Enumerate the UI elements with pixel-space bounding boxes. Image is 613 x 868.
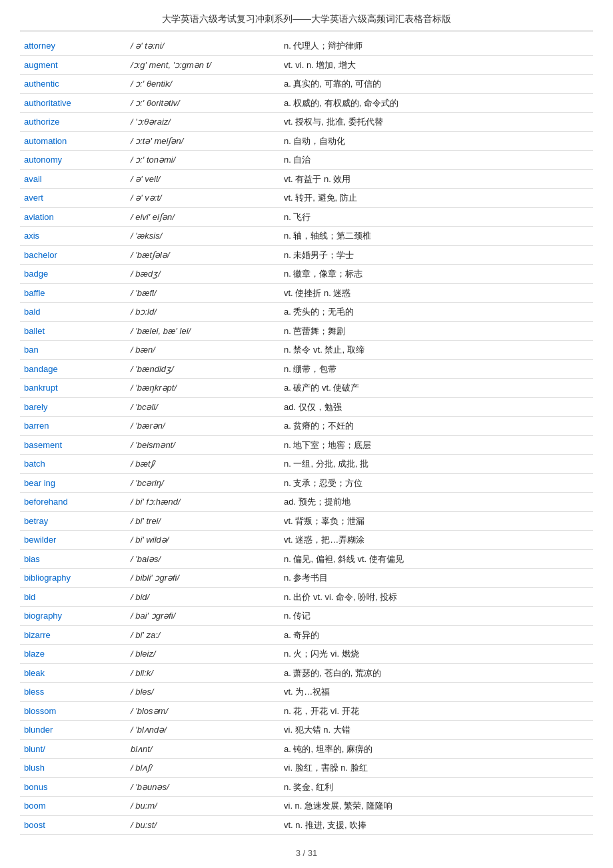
table-row: baffle/ 'bæfl/vt. 使挫折 n. 迷惑 — [20, 283, 593, 303]
definition-cell: a. 秃头的；无毛的 — [280, 303, 593, 322]
table-row: bankrupt/ 'bæŋkrəpt/a. 破产的 vt. 使破产 — [20, 379, 593, 398]
table-row: avail/ ə' veil/vt. 有益于 n. 效用 — [20, 169, 593, 189]
definition-cell: ad. 仅仅，勉强 — [280, 397, 593, 417]
phonetic-cell: / 'bærən/ — [127, 417, 280, 436]
definition-cell: vt. 背叛；辜负；泄漏 — [280, 511, 593, 531]
phonetic-cell: / 'beismənt/ — [127, 435, 280, 455]
word-cell: boost — [20, 815, 127, 835]
table-row: barely/ 'bcəli/ad. 仅仅，勉强 — [20, 397, 593, 417]
definition-cell: n. 飞行 — [280, 207, 593, 227]
word-cell: authorize — [20, 113, 127, 132]
phonetic-cell: / 'baiəs/ — [127, 549, 280, 569]
phonetic-cell: / ə' tə:ni/ — [127, 37, 280, 55]
table-row: blush/ blʌʃ/vi. 脸红，害臊 n. 脸红 — [20, 759, 593, 778]
word-cell: bleak — [20, 663, 127, 683]
table-row: bias/ 'baiəs/n. 偏见, 偏袒, 斜线 vt. 使有偏见 — [20, 549, 593, 569]
table-row: barren/ 'bærən/a. 贫瘠的；不妊的 — [20, 417, 593, 436]
phonetic-cell: / ə' veil/ — [127, 169, 280, 189]
phonetic-cell: / bibli' ɔgrəfi/ — [127, 569, 280, 588]
table-row: authentic/ ɔ:' θentik/a. 真实的, 可靠的, 可信的 — [20, 75, 593, 94]
word-cell: badge — [20, 265, 127, 284]
phonetic-cell: blʌnt/ — [127, 739, 280, 759]
table-row: bewilder/ bi' wildə/vt. 迷惑，把…弄糊涂 — [20, 531, 593, 550]
definition-cell: a. 奇异的 — [280, 625, 593, 645]
table-row: blunt/blʌnt/a. 钝的, 坦率的, 麻痹的 — [20, 739, 593, 759]
word-cell: blossom — [20, 701, 127, 721]
word-cell: blaze — [20, 645, 127, 664]
word-cell: bandage — [20, 359, 127, 379]
phonetic-cell: / 'blʌndə/ — [127, 721, 280, 740]
word-cell: baffle — [20, 283, 127, 303]
definition-cell: a. 萧瑟的, 苍白的, 荒凉的 — [280, 663, 593, 683]
table-row: bonus/ 'bəunəs/n. 奖金, 红利 — [20, 777, 593, 797]
word-cell: bibliography — [20, 569, 127, 588]
phonetic-cell: / 'ɔ:θəraiz/ — [127, 113, 280, 132]
phonetic-cell: / bli:k/ — [127, 663, 280, 683]
word-cell: bless — [20, 683, 127, 702]
phonetic-cell: / 'bændidʒ/ — [127, 359, 280, 379]
definition-cell: vt. vi. n. 增加, 增大 — [280, 55, 593, 75]
phonetic-cell: / 'bcəli/ — [127, 397, 280, 417]
table-row: avert/ ə' və:t/vt. 转开, 避免, 防止 — [20, 189, 593, 208]
table-row: blunder/ 'blʌndə/vi. 犯大错 n. 大错 — [20, 721, 593, 740]
word-cell: ban — [20, 341, 127, 360]
phonetic-cell: / 'bæŋkrəpt/ — [127, 379, 280, 398]
phonetic-cell: / bi' fɔ:hænd/ — [127, 493, 280, 512]
word-cell: ballet — [20, 321, 127, 341]
page-title: 大学英语六级考试复习冲刺系列——大学英语六级高频词汇表格音标版 — [20, 13, 593, 31]
word-cell: boom — [20, 797, 127, 816]
table-row: bleak/ bli:k/a. 萧瑟的, 苍白的, 荒凉的 — [20, 663, 593, 683]
phonetic-cell: / bædʒ/ — [127, 265, 280, 284]
word-cell: bald — [20, 303, 127, 322]
definition-cell: ad. 预先；提前地 — [280, 493, 593, 512]
word-cell: authentic — [20, 75, 127, 94]
definition-cell: n. 奖金, 红利 — [280, 777, 593, 797]
phonetic-cell: / bi' za:/ — [127, 625, 280, 645]
table-row: blossom/ 'blosəm/n. 花，开花 vi. 开花 — [20, 701, 593, 721]
definition-cell: n. 自治 — [280, 151, 593, 170]
word-cell: bid — [20, 587, 127, 607]
definition-cell: n. 代理人；辩护律师 — [280, 37, 593, 55]
page-footer: 3 / 31 — [20, 848, 593, 858]
word-cell: barely — [20, 397, 127, 417]
definition-cell: n. 自动，自动化 — [280, 131, 593, 151]
table-row: bandage/ 'bændidʒ/n. 绷带，包带 — [20, 359, 593, 379]
definition-cell: n. 地下室；地窖；底层 — [280, 435, 593, 455]
definition-cell: n. 徽章，像章；标志 — [280, 265, 593, 284]
page-wrapper: 大学英语六级考试复习冲刺系列——大学英语六级高频词汇表格音标版 attorney… — [0, 0, 613, 868]
table-row: bizarre/ bi' za:/a. 奇异的 — [20, 625, 593, 645]
table-row: autonomy/ ɔ:' tonəmi/n. 自治 — [20, 151, 593, 170]
word-cell: augment — [20, 55, 127, 75]
definition-cell: a. 贫瘠的；不妊的 — [280, 417, 593, 436]
definition-cell: n. 绷带，包带 — [280, 359, 593, 379]
table-row: aviation/ eivi' eiʃən/n. 飞行 — [20, 207, 593, 227]
table-row: bibliography/ bibli' ɔgrəfi/n. 参考书目 — [20, 569, 593, 588]
word-cell: avail — [20, 169, 127, 189]
table-row: bald/ bɔ:ld/a. 秃头的；无毛的 — [20, 303, 593, 322]
table-row: bid/ bid/n. 出价 vt. vi. 命令, 吩咐, 投标 — [20, 587, 593, 607]
word-cell: biography — [20, 607, 127, 626]
definition-cell: vt. 迷惑，把…弄糊涂 — [280, 531, 593, 550]
phonetic-cell: / bæn/ — [127, 341, 280, 360]
word-cell: bonus — [20, 777, 127, 797]
definition-cell: n. 花，开花 vi. 开花 — [280, 701, 593, 721]
table-row: boost/ bu:st/vt. n. 推进, 支援, 吹捧 — [20, 815, 593, 835]
table-row: authoritative/ ɔ:' θoritətiv/a. 权威的, 有权威… — [20, 93, 593, 113]
phonetic-cell: / eivi' eiʃən/ — [127, 207, 280, 227]
table-row: authorize/ 'ɔ:θəraiz/vt. 授权与, 批准, 委托代替 — [20, 113, 593, 132]
phonetic-cell: / blʌʃ/ — [127, 759, 280, 778]
word-cell: blunder — [20, 721, 127, 740]
table-row: bachelor/ 'bætʃələ/n. 未婚男子；学士 — [20, 245, 593, 265]
definition-cell: a. 破产的 vt. 使破产 — [280, 379, 593, 398]
definition-cell: n. 出价 vt. vi. 命令, 吩咐, 投标 — [280, 587, 593, 607]
word-cell: automation — [20, 131, 127, 151]
word-cell: axis — [20, 227, 127, 246]
table-row: batch/ bætʃ/n. 一组, 分批, 成批, 批 — [20, 455, 593, 474]
word-cell: barren — [20, 417, 127, 436]
phonetic-cell: / 'bæfl/ — [127, 283, 280, 303]
phonetic-cell: / ɔ:' θentik/ — [127, 75, 280, 94]
word-cell: avert — [20, 189, 127, 208]
table-row: boom/ bu:m/vi. n. 急速发展, 繁荣, 隆隆响 — [20, 797, 593, 816]
definition-cell: vt. 授权与, 批准, 委托代替 — [280, 113, 593, 132]
word-cell: batch — [20, 455, 127, 474]
